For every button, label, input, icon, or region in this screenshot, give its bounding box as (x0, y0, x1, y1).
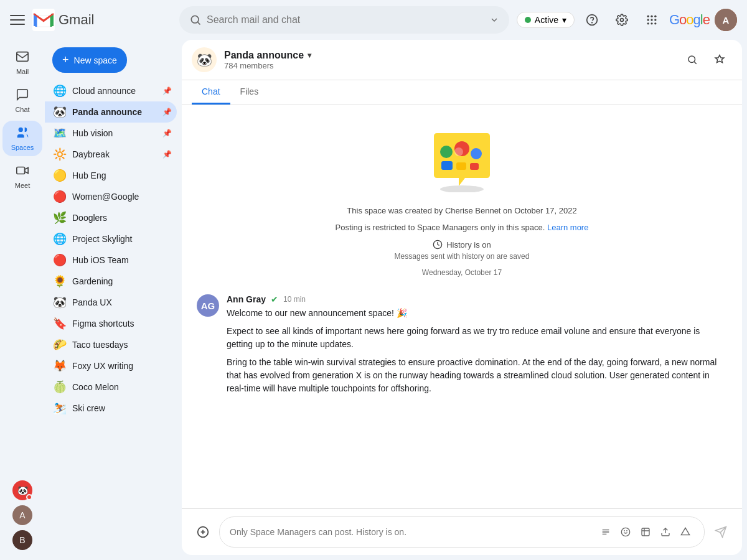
emoji-button[interactable] (617, 523, 634, 541)
upload-button[interactable] (657, 523, 674, 541)
msg-body2: Bring to the table win-win survival stra… (227, 356, 727, 395)
drive-button[interactable] (677, 523, 694, 541)
space-emoji: 🌐 (52, 232, 67, 246)
active-badge[interactable]: Active ▾ (517, 12, 575, 28)
search-chat-icon (687, 54, 698, 65)
space-emoji: 🔴 (52, 190, 67, 203)
date-divider: Wednesday, October 17 (422, 268, 502, 277)
space-item-hub-ios[interactable]: 🔴 Hub iOS Team (45, 250, 177, 271)
learn-more-link[interactable]: Learn more (547, 223, 588, 232)
svg-point-5 (647, 16, 649, 17)
search-bar[interactable] (179, 6, 509, 34)
add-icon (197, 526, 209, 538)
spaces-list: + New space 🌐 Cloud announce 📌 🐼 Panda a… (45, 40, 182, 560)
svg-point-25 (454, 147, 463, 156)
new-space-label: New space (74, 55, 117, 65)
space-name: Hub vision (72, 128, 157, 138)
menu-icon[interactable] (10, 12, 25, 27)
space-restriction: Posting is restricted to Space Managers … (336, 223, 589, 232)
gmail-m-icon (32, 9, 55, 31)
space-item-project-skylight[interactable]: 🌐 Project Skylight (45, 228, 177, 250)
settings-icon (616, 14, 628, 26)
new-space-button[interactable]: + New space (52, 47, 127, 73)
chat-header-avatar: 🐼 (192, 47, 217, 72)
pin-chat-button[interactable] (707, 47, 732, 72)
chat-header: 🐼 Panda announce ▾ 784 members (182, 40, 742, 80)
space-emoji: 🔴 (52, 253, 67, 267)
topbar-right: Active ▾ Google A (517, 7, 737, 32)
pin-icon: 📌 (162, 108, 172, 116)
apps-button[interactable] (639, 7, 664, 32)
svg-point-18 (440, 185, 484, 192)
svg-point-12 (651, 22, 652, 24)
space-emoji: 🐼 (52, 105, 67, 119)
sidebar-item-mail[interactable]: Mail (2, 45, 42, 80)
user-avatar-3[interactable]: B (12, 530, 32, 550)
space-item-hub-eng[interactable]: 🟡 Hub Eng (45, 165, 177, 186)
user-avatar-1[interactable]: 🐼 (12, 480, 32, 500)
verified-icon: ✔ (271, 294, 278, 304)
msg-header: Ann Gray ✔ 10 min (227, 294, 727, 304)
sidebar-item-chat[interactable]: Chat (2, 83, 42, 118)
space-emoji: 🟡 (52, 169, 67, 182)
tab-files[interactable]: Files (230, 80, 269, 105)
meet-icon (16, 164, 29, 180)
search-dropdown-icon[interactable] (489, 15, 499, 25)
space-info-section: This space was created by Cherise Bennet… (197, 120, 727, 287)
space-item-panda-announce[interactable]: 🐼 Panda announce 📌 (45, 101, 177, 123)
chat-input[interactable] (230, 527, 592, 537)
help-button[interactable] (580, 7, 604, 32)
msg-time: 10 min (283, 295, 306, 304)
search-input[interactable] (207, 14, 484, 26)
settings-button[interactable] (609, 7, 634, 32)
space-emoji: ⛷️ (52, 401, 67, 415)
tab-chat[interactable]: Chat (192, 80, 230, 105)
unread-indicator (26, 494, 32, 500)
svg-rect-31 (642, 528, 649, 536)
sticker-button[interactable] (637, 523, 654, 541)
format-icon (601, 527, 611, 537)
history-sub-text: Messages sent with history on are saved (395, 252, 530, 261)
space-item-ski[interactable]: ⛷️ Ski crew (45, 398, 177, 419)
chat-body: This space was created by Cherise Bennet… (182, 105, 742, 508)
svg-point-10 (654, 19, 656, 21)
chat-icon (16, 88, 29, 105)
format-text-button[interactable] (597, 523, 614, 541)
space-item-taco[interactable]: 🌮 Taco tuesdays (45, 334, 177, 355)
sidebar-item-meet[interactable]: Meet (2, 159, 42, 194)
space-name: Taco tuesdays (72, 340, 172, 350)
user-avatar-2[interactable]: A (12, 505, 32, 525)
send-button[interactable] (710, 521, 732, 543)
space-emoji: 🌻 (52, 274, 67, 288)
space-item-dooglers[interactable]: 🌿 Dooglers (45, 207, 177, 228)
space-name: Dooglers (72, 213, 172, 223)
active-dropdown-icon: ▾ (562, 15, 566, 25)
space-item-cloud-announce[interactable]: 🌐 Cloud announce 📌 (45, 80, 177, 101)
space-item-coco[interactable]: 🍈 Coco Melon (45, 376, 177, 398)
space-item-foxy[interactable]: 🦊 Foxy UX writing (45, 355, 177, 376)
space-item-figma[interactable]: 🔖 Figma shortcuts (45, 313, 177, 334)
sidebar-icons: Mail Chat Spaces (0, 40, 45, 560)
svg-point-13 (654, 22, 656, 24)
chat-input-wrapper (219, 516, 705, 548)
space-name: Daybreak (72, 149, 157, 159)
space-created-text: This space was created by Cherise Bennet… (347, 206, 576, 215)
svg-point-3 (592, 22, 593, 23)
space-name-dropdown-icon[interactable]: ▾ (308, 51, 311, 60)
sidebar-item-spaces[interactable]: Spaces (2, 121, 42, 156)
space-emoji: 🗺️ (52, 126, 67, 140)
user-avatar-main[interactable]: A (715, 9, 737, 31)
input-actions (597, 523, 694, 541)
msg-author-name: Ann Gray (227, 294, 266, 304)
help-icon (586, 14, 598, 26)
google-logo: Google (669, 12, 710, 28)
space-item-hub-vision[interactable]: 🗺️ Hub vision 📌 (45, 123, 177, 144)
space-item-daybreak[interactable]: 🔆 Daybreak 📌 (45, 144, 177, 165)
add-button[interactable] (192, 521, 214, 543)
space-item-panda-ux[interactable]: 🐼 Panda UX (45, 292, 177, 313)
search-chat-button[interactable] (680, 47, 705, 72)
space-emoji: 🌿 (52, 211, 67, 225)
space-item-gardening[interactable]: 🌻 Gardening (45, 271, 177, 292)
pin-chat-icon (714, 54, 725, 65)
space-item-women-google[interactable]: 🔴 Women@Google (45, 186, 177, 207)
